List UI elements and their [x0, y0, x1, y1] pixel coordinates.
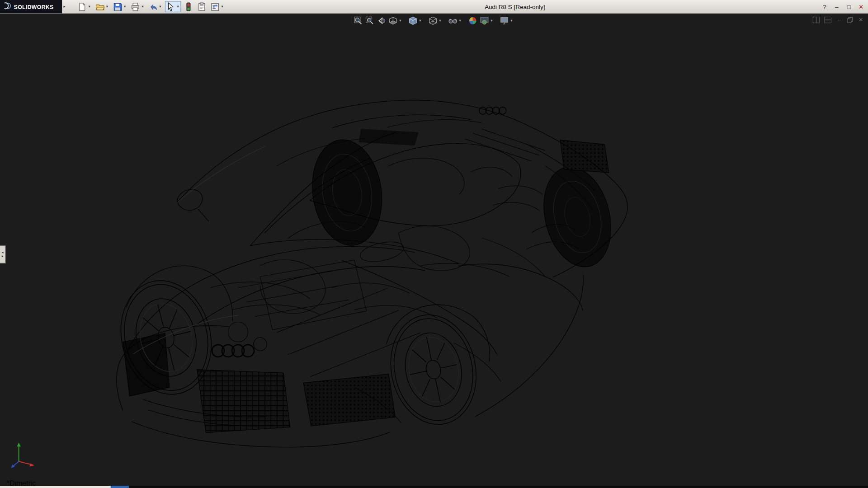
- restore-document-button[interactable]: [847, 17, 853, 23]
- titlebar-controls: ? – □ ✕: [821, 0, 865, 13]
- section-view-button[interactable]: ▾: [388, 15, 403, 26]
- options-button[interactable]: ▾: [209, 1, 226, 12]
- apply-scene-button[interactable]: ▾: [479, 15, 494, 26]
- solidworks-window: SOLIDWORKS ▸ ▾▾▾▾▾▾▾ Audi R8 S [Read-onl…: [0, 0, 868, 488]
- section-view-icon: [388, 16, 398, 25]
- window-title: Audi R8 S [Read-only]: [485, 0, 545, 13]
- undo-icon: [148, 2, 158, 11]
- file-properties-icon: [197, 2, 207, 11]
- dropdown-caret-icon[interactable]: ▾: [509, 18, 514, 23]
- view-orientation-icon: [408, 16, 418, 25]
- save-button[interactable]: ▾: [112, 1, 128, 12]
- heads-up-view-toolbar: ▾▾▾▾▾▾: [353, 15, 515, 26]
- print-icon: [131, 2, 140, 11]
- zoom-to-area-button[interactable]: [364, 15, 375, 26]
- collapse-left-icon: ◂: [2, 251, 4, 255]
- save-icon: [113, 2, 123, 11]
- car-wireframe-model: [0, 13, 868, 486]
- zoom-to-area-icon: [365, 16, 375, 25]
- rebuild-icon: [184, 2, 193, 11]
- zoom-to-fit-icon: [354, 16, 363, 25]
- dropdown-caret-icon[interactable]: ▾: [158, 5, 162, 9]
- feature-panel-collapse-handle[interactable]: ◂ ▸: [0, 246, 5, 263]
- help-button[interactable]: ?: [821, 3, 829, 10]
- dropdown-caret-icon[interactable]: ▾: [176, 5, 180, 9]
- taskbar-segment-1[interactable]: [111, 486, 129, 488]
- file-properties-button[interactable]: [196, 1, 208, 12]
- previous-view-button[interactable]: [376, 15, 387, 26]
- zoom-to-fit-button[interactable]: [353, 15, 363, 26]
- hide-show-items-icon: [448, 16, 458, 25]
- new-document-icon: [77, 2, 87, 11]
- dropdown-caret-icon[interactable]: ▾: [438, 18, 442, 23]
- collapse-right-icon: ▸: [2, 254, 4, 258]
- select-icon: [166, 2, 175, 11]
- taskbar-segment-0[interactable]: [0, 486, 111, 488]
- view-settings-icon: [500, 16, 509, 25]
- view-orientation-label: *Dimetric: [7, 479, 36, 486]
- dropdown-caret-icon[interactable]: ▾: [418, 18, 422, 23]
- edit-appearance-icon: [468, 16, 477, 25]
- taskbar-sliver[interactable]: [0, 486, 868, 488]
- dropdown-caret-icon[interactable]: ▾: [87, 5, 91, 9]
- split-pane-vertical-icon[interactable]: [813, 17, 820, 23]
- app-logo: SOLIDWORKS: [0, 0, 62, 13]
- dropdown-caret-icon[interactable]: ▾: [458, 18, 462, 23]
- rebuild-button[interactable]: [183, 1, 194, 12]
- graphics-viewport[interactable]: ▾▾▾▾▾▾ – ✕ ◂ ▸: [0, 13, 868, 486]
- minimize-document-button[interactable]: –: [836, 16, 843, 24]
- hide-show-items-button[interactable]: ▾: [448, 15, 462, 26]
- edit-appearance-button[interactable]: [467, 15, 478, 26]
- display-style-icon: [428, 16, 438, 25]
- maximize-window-button[interactable]: □: [845, 3, 853, 10]
- taskbar-segment-2[interactable]: [129, 486, 868, 488]
- dropdown-caret-icon[interactable]: ▾: [398, 18, 402, 23]
- dropdown-caret-icon[interactable]: ▾: [123, 5, 127, 9]
- options-icon: [210, 2, 220, 11]
- apply-scene-icon: [480, 16, 489, 25]
- dropdown-caret-icon[interactable]: ▾: [220, 5, 224, 9]
- new-document-button[interactable]: ▾: [76, 1, 93, 12]
- print-button[interactable]: ▾: [130, 1, 146, 12]
- view-settings-button[interactable]: ▾: [499, 15, 514, 26]
- display-style-button[interactable]: ▾: [428, 15, 443, 26]
- dropdown-caret-icon[interactable]: ▾: [105, 5, 109, 9]
- undo-button[interactable]: ▾: [147, 1, 164, 12]
- minimize-window-button[interactable]: –: [833, 3, 841, 10]
- view-orientation-button[interactable]: ▾: [408, 15, 423, 26]
- split-pane-horizontal-icon[interactable]: [824, 17, 831, 23]
- open-document-icon: [95, 2, 105, 11]
- close-document-button[interactable]: ✕: [858, 16, 864, 24]
- open-document-button[interactable]: ▾: [94, 1, 110, 12]
- brand-wordmark: SOLIDWORKS: [14, 4, 54, 9]
- previous-view-icon: [377, 16, 386, 25]
- dropdown-caret-icon[interactable]: ▾: [141, 5, 145, 9]
- dropdown-caret-icon[interactable]: ▾: [490, 18, 494, 23]
- menu-expand-arrow[interactable]: ▸: [62, 3, 67, 10]
- dassault-systemes-logo-icon: [3, 2, 12, 12]
- select-button[interactable]: ▾: [165, 1, 181, 12]
- main-toolbar: ▾▾▾▾▾▾▾: [76, 0, 225, 13]
- document-window-controls: – ✕: [813, 16, 864, 24]
- title-bar: SOLIDWORKS ▸ ▾▾▾▾▾▾▾ Audi R8 S [Read-onl…: [0, 0, 868, 14]
- orientation-triad: [5, 438, 38, 471]
- close-window-button[interactable]: ✕: [857, 3, 865, 10]
